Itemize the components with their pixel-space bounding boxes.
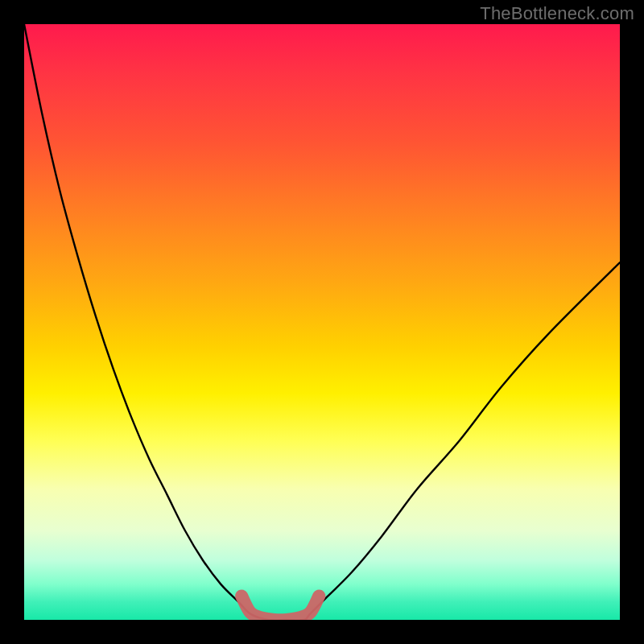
plot-area [24,24,620,620]
trough-marker [242,596,319,620]
bottleneck-curve [24,24,620,620]
chart-svg [24,24,620,620]
watermark-text: TheBottleneck.com [480,3,634,24]
outer-frame: TheBottleneck.com [0,0,644,644]
